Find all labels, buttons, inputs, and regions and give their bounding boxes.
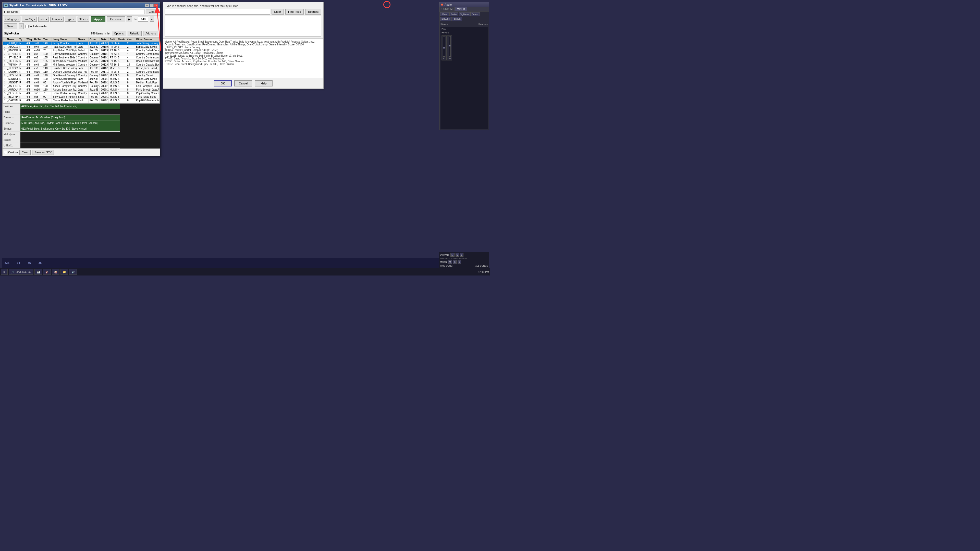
tab-custom[interactable]: CUSTOM <box>439 7 455 11</box>
find-titles-button[interactable]: Find Titles <box>285 9 304 14</box>
col-othergenre[interactable]: Other Genres <box>135 38 159 41</box>
table-row[interactable]: 16_CARNAL+R4/4ev16105Carnal Radio Pop Fu… <box>3 99 159 102</box>
table-row[interactable]: 1_JZOG190R4/4sw8190Fast Jazz Organ TrioJ… <box>3 45 159 49</box>
taskbar-item-3[interactable]: 🎸 <box>43 269 51 275</box>
biglyric-button[interactable]: BigLyric <box>440 17 451 21</box>
items-count: 956 items in list <box>91 32 110 35</box>
taskbar-item-2[interactable]: 🎹 <box>35 269 42 275</box>
table-row[interactable]: 15_BLUFNK+R4/4ev890Slow Even-8 Funky Blu… <box>3 95 159 99</box>
track-bar[interactable]: 443:Bass, Acoustic, Jazz Sw 140 [Neil Sw… <box>21 103 120 109</box>
ok-button[interactable]: OK <box>214 80 232 86</box>
table-row[interactable]: 5_TXBLZR+R4/4ev8165Texas Rock n' Roll w/… <box>3 59 159 63</box>
utility16-s: S <box>455 253 459 257</box>
table-row[interactable]: 13_AUROUS+R4/4ev16130Aurous Saturday Jaz… <box>3 88 159 92</box>
style-table-container[interactable]: Name Ty... TSig EvSw Tem... Long Name Ge… <box>3 37 160 103</box>
col-tsig[interactable]: TSig <box>25 38 33 41</box>
master-row: Master M S 5 <box>440 260 488 264</box>
col-longname[interactable]: Long Name <box>52 38 77 41</box>
taskbar-start[interactable]: ⊞ <box>1 269 8 275</box>
col-instr[interactable]: #Instr <box>117 38 126 41</box>
col-num[interactable] <box>3 38 6 41</box>
rebuild-button[interactable]: Rebuild <box>127 31 142 36</box>
table-row[interactable]: 3_STHSL2+R4/4ev8120Easy Southern Slide &… <box>3 52 159 56</box>
feel-dropdown[interactable]: Feel <box>38 17 48 22</box>
tempo-up-button[interactable]: ▲ <box>150 17 154 22</box>
apply-button[interactable]: Apply <box>91 16 105 22</box>
close-button[interactable]: ✕ <box>154 3 158 7</box>
fakesh-button[interactable]: FakeSh <box>452 17 462 21</box>
tempo-dropdown[interactable]: Tempo <box>50 17 64 22</box>
minimize-button[interactable]: – <box>145 3 149 7</box>
track-row: Melody --- <box>3 132 120 137</box>
pan-label: Pan <box>442 28 487 30</box>
app-title: StylePicker <box>9 4 24 7</box>
enter-button[interactable]: Enter <box>272 9 284 14</box>
include-similar-checkbox[interactable] <box>25 25 29 28</box>
col-group[interactable]: Group <box>88 38 100 41</box>
tab-mixer[interactable]: MIXER <box>455 7 467 11</box>
audio-dot-icon <box>441 3 443 6</box>
utility16-label: Utility#16 <box>440 254 449 256</box>
demo-button[interactable]: Demo <box>4 24 17 29</box>
table-row[interactable]: 2_PMODGR+R4/4ev1675Pop Ballad MultiStyle… <box>3 49 159 52</box>
col-tempo[interactable]: Tem... <box>42 38 52 41</box>
col-name[interactable]: Name <box>6 38 18 41</box>
taskbar-item-4[interactable]: 🥁 <box>52 269 59 275</box>
table-row[interactable]: 7_TENBOSSR4/4ev6110Brushed Bossa w Organ… <box>3 67 159 70</box>
track-bar[interactable]: 612:Pedal Steel, Background Opry Sw 130 … <box>21 126 120 131</box>
col-evsw[interactable]: EvSw <box>33 38 42 41</box>
table-row[interactable]: 4_STHSLD+R4/4ev8165Fast Southern Slide G… <box>3 56 159 59</box>
taskbar-time: 12:49 PM <box>478 271 489 273</box>
save-sty-button[interactable]: Save as .STY <box>32 150 54 155</box>
sheet-button[interactable]: Sheet <box>440 12 449 16</box>
cancel-button[interactable]: Cancel <box>234 80 252 86</box>
guitar-button[interactable]: Guitar <box>449 12 458 16</box>
col-setnum[interactable]: Set# <box>108 38 117 41</box>
play-button[interactable]: ▶ <box>127 16 132 22</box>
custom-checkbox[interactable] <box>4 151 7 154</box>
col-date[interactable]: Date <box>100 38 109 41</box>
taskbar-item-6[interactable]: 🔊 <box>69 269 77 275</box>
options-button[interactable]: Options <box>112 31 126 36</box>
track-bar[interactable] <box>21 132 120 137</box>
track-bar[interactable] <box>21 143 120 148</box>
generate-button[interactable]: Generate <box>107 16 125 22</box>
other-dropdown[interactable]: Other <box>78 17 89 22</box>
col-genre[interactable]: Genre <box>77 38 89 41</box>
category-dropdown[interactable]: Category <box>4 17 21 22</box>
drums-button[interactable]: Drums <box>470 12 480 16</box>
col-su[interactable]: #su... <box>126 38 135 41</box>
plus-button[interactable]: + <box>19 24 24 29</box>
table-row[interactable]: 6_WSWING+R4/4sw8165Mid Tempo Western Swi… <box>3 63 159 67</box>
clear-button[interactable]: Clear <box>146 9 158 14</box>
clear-bottom-button[interactable]: Clear <box>19 150 30 155</box>
type-dropdown[interactable]: Type <box>65 17 76 22</box>
taskbar-item-5[interactable]: 📁 <box>60 269 68 275</box>
track-bar[interactable] <box>21 109 120 114</box>
track-bar[interactable]: 558:Guitar, Acoustic, Rhythm Jazz Freddi… <box>21 121 120 126</box>
app-icon: SP <box>4 3 8 7</box>
maximize-button[interactable]: □ <box>150 3 154 7</box>
track-bar[interactable] <box>21 137 120 143</box>
addons-button[interactable]: Add-ons <box>143 31 158 36</box>
help-button[interactable]: Help <box>255 80 272 86</box>
fader-1[interactable] <box>443 48 445 48</box>
table-row[interactable]: _JFRD_PSR4/4sw8140Jazzy CountryJazzJazz … <box>3 41 159 45</box>
song-title-input[interactable] <box>165 9 270 14</box>
table-row[interactable]: 12_ASHES+R4/4sw8120Ashes Campfire Ctry S… <box>3 84 159 88</box>
fader-2[interactable] <box>449 45 450 46</box>
song-finder-panel: Type in a familiar song title, and this … <box>163 2 324 89</box>
tempo-input[interactable] <box>138 17 148 22</box>
timesig-dropdown[interactable]: TimeSig <box>22 17 37 22</box>
col-type[interactable]: Ty... <box>18 38 25 41</box>
table-row[interactable]: 10_52NDST+R4/4sw819052nd St Jazz Bebop M… <box>3 77 159 81</box>
table-row[interactable]: 9_1ROUND+R4/4sw8140One Round Country Boo… <box>3 74 159 77</box>
taskbar-band-in-box[interactable]: 🎵 Band-in-a-Box <box>9 269 33 275</box>
table-row[interactable]: 11_ANGSTY+R4/4sw885Angsty Youthful Pop M… <box>3 81 159 84</box>
filter-input[interactable] <box>20 9 144 14</box>
request-button[interactable]: Request <box>305 9 321 14</box>
table-row[interactable]: 14_BESOT+R4/4sw1675Besot Radio Country F… <box>3 92 159 95</box>
table-row[interactable]: 8_DURHAMR4/4ev16110Durham Upbeat Country… <box>3 70 159 74</box>
track-bar[interactable]: RealDrums=JazzBrushes [Craig Scott] <box>21 115 120 120</box>
bigbano-button[interactable]: BigBano <box>458 12 470 16</box>
